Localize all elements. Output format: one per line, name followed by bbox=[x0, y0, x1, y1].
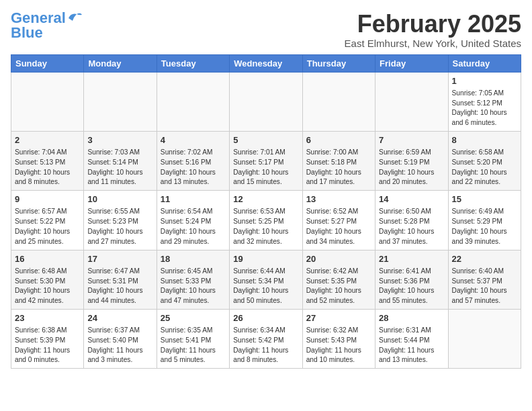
calendar-cell: 17Sunrise: 6:47 AM Sunset: 5:31 PM Dayli… bbox=[84, 250, 157, 309]
day-info: Sunrise: 6:50 AM Sunset: 5:28 PM Dayligh… bbox=[379, 207, 444, 246]
day-number: 12 bbox=[233, 193, 298, 205]
calendar-cell: 18Sunrise: 6:45 AM Sunset: 5:33 PM Dayli… bbox=[157, 250, 229, 309]
weekday-header-row: SundayMondayTuesdayWednesdayThursdayFrid… bbox=[11, 54, 521, 72]
day-number: 23 bbox=[15, 312, 80, 324]
calendar-cell: 1Sunrise: 7:05 AM Sunset: 5:12 PM Daylig… bbox=[448, 72, 521, 131]
day-info: Sunrise: 7:03 AM Sunset: 5:14 PM Dayligh… bbox=[87, 148, 152, 187]
day-number: 8 bbox=[452, 134, 517, 146]
calendar-title: February 2025 bbox=[345, 11, 521, 38]
calendar-cell: 10Sunrise: 6:55 AM Sunset: 5:23 PM Dayli… bbox=[84, 191, 157, 250]
calendar-cell: 27Sunrise: 6:32 AM Sunset: 5:43 PM Dayli… bbox=[302, 309, 375, 368]
weekday-header-monday: Monday bbox=[84, 54, 157, 72]
day-number: 18 bbox=[161, 253, 226, 265]
day-info: Sunrise: 6:57 AM Sunset: 5:22 PM Dayligh… bbox=[15, 207, 80, 246]
day-number: 13 bbox=[306, 193, 371, 205]
calendar-cell bbox=[375, 72, 448, 131]
day-info: Sunrise: 6:47 AM Sunset: 5:31 PM Dayligh… bbox=[87, 267, 152, 306]
day-number: 17 bbox=[87, 253, 152, 265]
day-number: 26 bbox=[233, 312, 298, 324]
calendar-cell bbox=[230, 72, 302, 131]
logo-blue: Blue bbox=[11, 26, 43, 40]
calendar-cell: 13Sunrise: 6:52 AM Sunset: 5:27 PM Dayli… bbox=[302, 191, 375, 250]
day-number: 20 bbox=[306, 253, 371, 265]
calendar-week-row: 1Sunrise: 7:05 AM Sunset: 5:12 PM Daylig… bbox=[11, 72, 521, 131]
day-info: Sunrise: 7:00 AM Sunset: 5:18 PM Dayligh… bbox=[306, 148, 371, 187]
day-number: 7 bbox=[379, 134, 444, 146]
weekday-header-thursday: Thursday bbox=[302, 54, 375, 72]
weekday-header-sunday: Sunday bbox=[11, 54, 84, 72]
calendar-cell: 25Sunrise: 6:35 AM Sunset: 5:41 PM Dayli… bbox=[157, 309, 229, 368]
day-info: Sunrise: 6:32 AM Sunset: 5:43 PM Dayligh… bbox=[306, 326, 371, 365]
day-number: 9 bbox=[15, 193, 80, 205]
calendar-cell: 28Sunrise: 6:31 AM Sunset: 5:44 PM Dayli… bbox=[375, 309, 448, 368]
day-info: Sunrise: 6:41 AM Sunset: 5:36 PM Dayligh… bbox=[379, 267, 444, 306]
day-info: Sunrise: 6:52 AM Sunset: 5:27 PM Dayligh… bbox=[306, 207, 371, 246]
day-info: Sunrise: 7:02 AM Sunset: 5:16 PM Dayligh… bbox=[161, 148, 226, 187]
day-info: Sunrise: 6:45 AM Sunset: 5:33 PM Dayligh… bbox=[161, 267, 226, 306]
calendar-cell bbox=[302, 72, 375, 131]
calendar-subtitle: East Elmhurst, New York, United States bbox=[345, 38, 521, 49]
day-info: Sunrise: 6:42 AM Sunset: 5:35 PM Dayligh… bbox=[306, 267, 371, 306]
calendar-cell: 11Sunrise: 6:54 AM Sunset: 5:24 PM Dayli… bbox=[157, 191, 229, 250]
page-header: General Blue February 2025 East Elmhurst… bbox=[11, 11, 521, 49]
day-number: 14 bbox=[379, 193, 444, 205]
calendar-cell bbox=[11, 72, 84, 131]
day-number: 3 bbox=[87, 134, 152, 146]
day-number: 21 bbox=[379, 253, 444, 265]
day-number: 5 bbox=[233, 134, 298, 146]
day-info: Sunrise: 6:49 AM Sunset: 5:29 PM Dayligh… bbox=[452, 207, 517, 246]
calendar-cell: 8Sunrise: 6:58 AM Sunset: 5:20 PM Daylig… bbox=[448, 131, 521, 190]
day-info: Sunrise: 6:40 AM Sunset: 5:37 PM Dayligh… bbox=[452, 267, 517, 306]
calendar-cell: 3Sunrise: 7:03 AM Sunset: 5:14 PM Daylig… bbox=[84, 131, 157, 190]
weekday-header-wednesday: Wednesday bbox=[230, 54, 302, 72]
day-number: 27 bbox=[306, 312, 371, 324]
day-info: Sunrise: 6:58 AM Sunset: 5:20 PM Dayligh… bbox=[452, 148, 517, 187]
calendar-cell: 21Sunrise: 6:41 AM Sunset: 5:36 PM Dayli… bbox=[375, 250, 448, 309]
calendar-cell: 7Sunrise: 6:59 AM Sunset: 5:19 PM Daylig… bbox=[375, 131, 448, 190]
day-number: 2 bbox=[15, 134, 80, 146]
calendar-cell: 9Sunrise: 6:57 AM Sunset: 5:22 PM Daylig… bbox=[11, 191, 84, 250]
day-info: Sunrise: 6:53 AM Sunset: 5:25 PM Dayligh… bbox=[233, 207, 298, 246]
day-number: 19 bbox=[233, 253, 298, 265]
weekday-header-saturday: Saturday bbox=[448, 54, 521, 72]
calendar-cell: 16Sunrise: 6:48 AM Sunset: 5:30 PM Dayli… bbox=[11, 250, 84, 309]
calendar-cell: 24Sunrise: 6:37 AM Sunset: 5:40 PM Dayli… bbox=[84, 309, 157, 368]
calendar-week-row: 16Sunrise: 6:48 AM Sunset: 5:30 PM Dayli… bbox=[11, 250, 521, 309]
calendar-week-row: 2Sunrise: 7:04 AM Sunset: 5:13 PM Daylig… bbox=[11, 131, 521, 190]
day-info: Sunrise: 6:38 AM Sunset: 5:39 PM Dayligh… bbox=[15, 326, 80, 365]
day-info: Sunrise: 6:31 AM Sunset: 5:44 PM Dayligh… bbox=[379, 326, 444, 365]
day-info: Sunrise: 6:59 AM Sunset: 5:19 PM Dayligh… bbox=[379, 148, 444, 187]
calendar-cell: 4Sunrise: 7:02 AM Sunset: 5:16 PM Daylig… bbox=[157, 131, 229, 190]
day-number: 25 bbox=[161, 312, 226, 324]
weekday-header-friday: Friday bbox=[375, 54, 448, 72]
calendar-week-row: 9Sunrise: 6:57 AM Sunset: 5:22 PM Daylig… bbox=[11, 191, 521, 250]
calendar-week-row: 23Sunrise: 6:38 AM Sunset: 5:39 PM Dayli… bbox=[11, 309, 521, 368]
day-number: 22 bbox=[452, 253, 517, 265]
calendar-cell: 2Sunrise: 7:04 AM Sunset: 5:13 PM Daylig… bbox=[11, 131, 84, 190]
day-number: 10 bbox=[87, 193, 152, 205]
day-number: 4 bbox=[161, 134, 226, 146]
calendar-table: SundayMondayTuesdayWednesdayThursdayFrid… bbox=[11, 54, 521, 369]
calendar-cell: 19Sunrise: 6:44 AM Sunset: 5:34 PM Dayli… bbox=[230, 250, 302, 309]
day-number: 28 bbox=[379, 312, 444, 324]
calendar-cell bbox=[157, 72, 229, 131]
logo: General Blue bbox=[11, 11, 82, 40]
day-info: Sunrise: 6:55 AM Sunset: 5:23 PM Dayligh… bbox=[87, 207, 152, 246]
day-info: Sunrise: 7:04 AM Sunset: 5:13 PM Dayligh… bbox=[15, 148, 80, 187]
calendar-cell: 22Sunrise: 6:40 AM Sunset: 5:37 PM Dayli… bbox=[448, 250, 521, 309]
weekday-header-tuesday: Tuesday bbox=[157, 54, 229, 72]
day-number: 11 bbox=[161, 193, 226, 205]
calendar-cell: 14Sunrise: 6:50 AM Sunset: 5:28 PM Dayli… bbox=[375, 191, 448, 250]
day-number: 6 bbox=[306, 134, 371, 146]
calendar-cell: 15Sunrise: 6:49 AM Sunset: 5:29 PM Dayli… bbox=[448, 191, 521, 250]
calendar-cell: 23Sunrise: 6:38 AM Sunset: 5:39 PM Dayli… bbox=[11, 309, 84, 368]
day-info: Sunrise: 6:37 AM Sunset: 5:40 PM Dayligh… bbox=[87, 326, 152, 365]
title-block: February 2025 East Elmhurst, New York, U… bbox=[345, 11, 521, 49]
day-number: 1 bbox=[452, 75, 517, 87]
day-info: Sunrise: 6:34 AM Sunset: 5:42 PM Dayligh… bbox=[233, 326, 298, 365]
day-info: Sunrise: 7:01 AM Sunset: 5:17 PM Dayligh… bbox=[233, 148, 298, 187]
day-info: Sunrise: 7:05 AM Sunset: 5:12 PM Dayligh… bbox=[452, 89, 517, 128]
calendar-cell: 20Sunrise: 6:42 AM Sunset: 5:35 PM Dayli… bbox=[302, 250, 375, 309]
calendar-cell: 12Sunrise: 6:53 AM Sunset: 5:25 PM Dayli… bbox=[230, 191, 302, 250]
logo-bird-icon bbox=[67, 11, 82, 24]
